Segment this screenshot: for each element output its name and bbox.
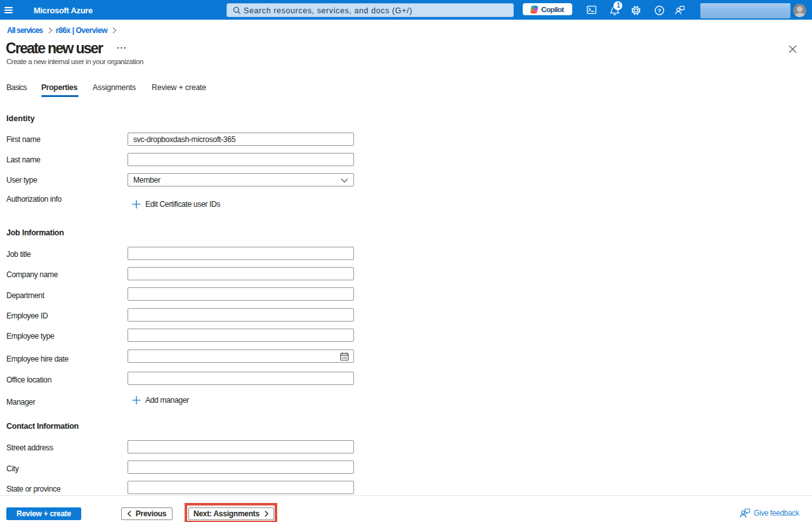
svg-text:?: ? [658, 7, 662, 14]
